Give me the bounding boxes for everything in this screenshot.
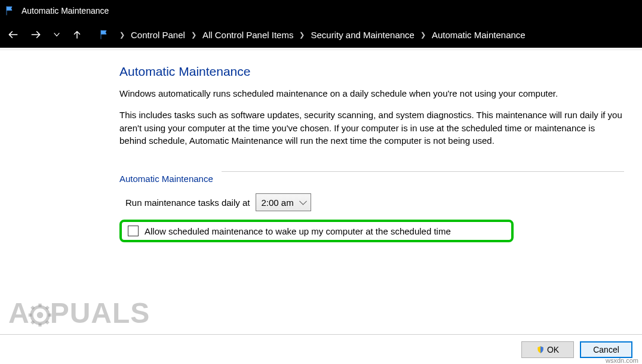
schedule-row: Run maintenance tasks daily at 2:00 am: [125, 193, 624, 211]
chevron-right-icon: ❯: [191, 31, 196, 39]
run-label: Run maintenance tasks daily at: [125, 198, 250, 208]
recent-dropdown[interactable]: [53, 30, 61, 39]
breadcrumb-item[interactable]: Control Panel: [131, 30, 185, 40]
wake-checkbox-row[interactable]: Allow scheduled maintenance to wake up m…: [119, 220, 514, 242]
breadcrumb-item[interactable]: All Control Panel Items: [202, 30, 294, 40]
footer: OK Cancel wsxdn.com: [0, 334, 642, 364]
forward-button[interactable]: [30, 29, 42, 41]
cancel-label: Cancel: [593, 345, 619, 354]
cancel-button[interactable]: Cancel: [580, 341, 632, 358]
time-select-wrap: 2:00 am: [256, 193, 311, 211]
time-select[interactable]: 2:00 am: [256, 193, 311, 211]
watermark-logo: APUALS: [8, 297, 150, 329]
content-area: Automatic Maintenance Windows automatica…: [0, 50, 642, 254]
window-title: Automatic Maintenance: [21, 6, 109, 16]
title-bar: Automatic Maintenance: [0, 0, 642, 21]
page-heading: Automatic Maintenance: [119, 64, 624, 79]
section-label: Automatic Maintenance: [119, 174, 218, 184]
breadcrumb[interactable]: ❯ Control Panel ❯ All Control Panel Item…: [93, 29, 526, 40]
chevron-right-icon: ❯: [420, 31, 426, 39]
chevron-right-icon: ❯: [299, 31, 305, 39]
nav-bar: ❯ Control Panel ❯ All Control Panel Item…: [0, 21, 642, 48]
svg-point-1: [36, 312, 43, 319]
ok-button[interactable]: OK: [521, 341, 574, 358]
wake-checkbox[interactable]: [128, 226, 139, 236]
svg-line-7: [46, 322, 48, 324]
ok-label: OK: [547, 345, 559, 354]
description-1: Windows automatically runs scheduled mai…: [119, 87, 624, 100]
up-button[interactable]: [72, 29, 82, 40]
attribution: wsxdn.com: [606, 357, 638, 364]
section-divider: Automatic Maintenance: [119, 159, 624, 184]
wake-checkbox-label: Allow scheduled maintenance to wake up m…: [145, 226, 451, 236]
breadcrumb-item[interactable]: Automatic Maintenance: [432, 30, 526, 40]
watermark-right: PUALS: [50, 297, 150, 329]
svg-line-9: [46, 307, 48, 309]
svg-line-6: [32, 307, 34, 309]
back-button[interactable]: [7, 29, 19, 41]
watermark-left: A: [8, 297, 30, 329]
flag-icon: [99, 29, 110, 40]
nav-arrows: [7, 29, 82, 41]
shield-icon: [536, 346, 545, 354]
divider-line: [222, 171, 624, 172]
gear-icon: [27, 303, 53, 328]
breadcrumb-item[interactable]: Security and Maintenance: [311, 30, 414, 40]
description-2: This includes tasks such as software upd…: [119, 109, 624, 147]
flag-icon: [5, 5, 16, 16]
svg-line-8: [32, 322, 34, 324]
chevron-right-icon: ❯: [119, 31, 125, 39]
